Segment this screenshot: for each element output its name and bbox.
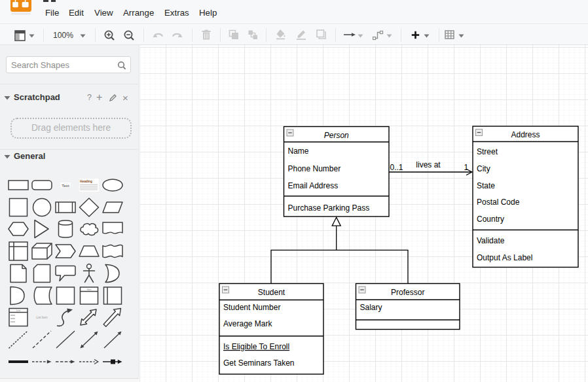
svg-text:Professor: Professor <box>391 288 424 297</box>
svg-text:Text: Text <box>62 183 69 188</box>
svg-text:Address: Address <box>511 130 540 139</box>
svg-text:Student Number: Student Number <box>223 303 280 312</box>
svg-text:City: City <box>477 164 490 173</box>
svg-text:Vert: Vert <box>86 288 92 291</box>
svg-text:Average Mark: Average Mark <box>223 319 272 328</box>
svg-text:Salary: Salary <box>360 303 382 312</box>
svg-text:lives at: lives at <box>416 160 441 169</box>
svg-text:Is Eligible To Enroll: Is Eligible To Enroll <box>223 342 289 351</box>
svg-text:0..1: 0..1 <box>390 163 403 172</box>
svg-text:List: List <box>16 309 21 312</box>
svg-text:Heading: Heading <box>80 180 92 183</box>
svg-text:Postal Code: Postal Code <box>477 198 520 207</box>
svg-text:Student: Student <box>258 288 285 297</box>
svg-text:Validate: Validate <box>477 236 505 245</box>
svg-text:Phone Number: Phone Number <box>288 164 341 173</box>
svg-text:Person: Person <box>324 131 349 140</box>
svg-text:Get Seminars Taken: Get Seminars Taken <box>223 358 295 368</box>
svg-text:1: 1 <box>464 163 469 172</box>
svg-text:Email Address: Email Address <box>288 181 339 190</box>
svg-text:List Item: List Item <box>36 316 48 319</box>
svg-text:Street: Street <box>477 147 498 156</box>
svg-text:Purchase Parking Pass: Purchase Parking Pass <box>288 203 370 213</box>
svg-text:Output As Label: Output As Label <box>477 253 532 262</box>
svg-text:State: State <box>477 181 495 190</box>
svg-text:Country: Country <box>477 215 504 224</box>
svg-text:Name: Name <box>288 147 309 156</box>
